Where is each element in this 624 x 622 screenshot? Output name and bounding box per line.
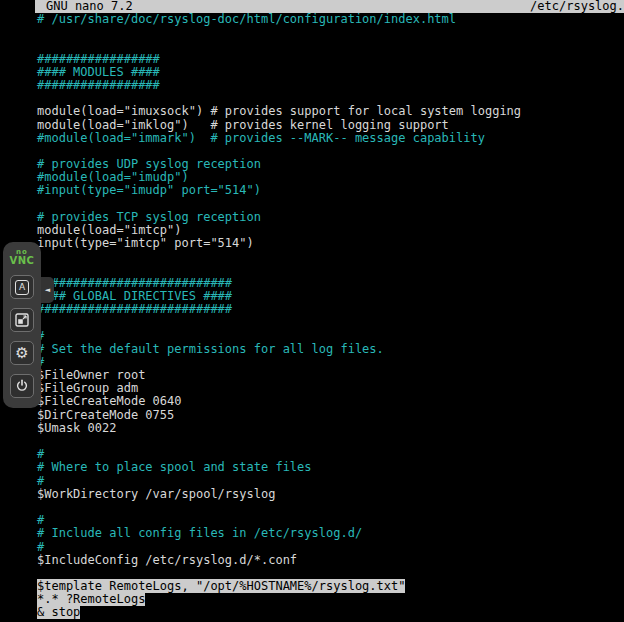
keyboard-icon: A xyxy=(15,280,29,295)
editor-line xyxy=(37,435,624,448)
editor-line: $DirCreateMode 0755 xyxy=(37,409,624,422)
editor-line: # /usr/share/doc/rsyslog-doc/html/config… xyxy=(37,13,624,26)
fullscreen-button[interactable] xyxy=(10,308,34,332)
editor-line xyxy=(37,501,624,514)
editor-lines: # /usr/share/doc/rsyslog-doc/html/config… xyxy=(37,13,624,620)
gear-icon: ⚙ xyxy=(15,346,28,361)
editor-line: $IncludeConfig /etc/rsyslog.d/*.conf xyxy=(37,554,624,567)
fullscreen-icon xyxy=(15,313,29,327)
editor-line-selected: & stop xyxy=(37,606,624,619)
editor-line: # Where to place spool and state files xyxy=(37,461,624,474)
editor-line: $WorkDirectory /var/spool/rsyslog xyxy=(37,488,624,501)
chevron-left-icon: ◄ xyxy=(45,286,50,294)
editor-line: $Umask 0022 xyxy=(37,422,624,435)
keyboard-button[interactable]: A xyxy=(10,275,34,299)
editor-line: input(type="imtcp" port="514") xyxy=(37,237,624,250)
editor-line xyxy=(37,26,624,39)
power-icon xyxy=(15,379,29,393)
novnc-logo: no VNC xyxy=(10,249,35,266)
editor-line: # Include all config files in /etc/rsysl… xyxy=(37,527,624,540)
novnc-logo-bottom: VNC xyxy=(10,256,35,266)
editor-line: ################# xyxy=(37,79,624,92)
editor-line: #input(type="imudp" port="514") xyxy=(37,184,624,197)
nano-editor[interactable]: # /usr/share/doc/rsyslog-doc/html/config… xyxy=(35,13,624,620)
editor-line: ########################### xyxy=(37,303,624,316)
editor-line: #module(load="immark") # provides --MARK… xyxy=(37,132,624,145)
terminal-window[interactable]: GNU nano 7.2 /etc/rsyslog. # /usr/share/… xyxy=(35,0,624,622)
vnc-control-panel: no VNC A ⚙ xyxy=(3,242,41,408)
nano-file-name: /etc/rsyslog. xyxy=(530,0,624,13)
editor-line xyxy=(37,250,624,263)
editor-line xyxy=(37,316,624,329)
settings-button[interactable]: ⚙ xyxy=(10,341,34,365)
editor-line-selected: *.* ?RemoteLogs xyxy=(37,593,624,606)
editor-line: # Set the default permissions for all lo… xyxy=(37,343,624,356)
power-button[interactable] xyxy=(10,374,34,398)
panel-collapse-handle[interactable]: ◄ xyxy=(41,277,54,303)
